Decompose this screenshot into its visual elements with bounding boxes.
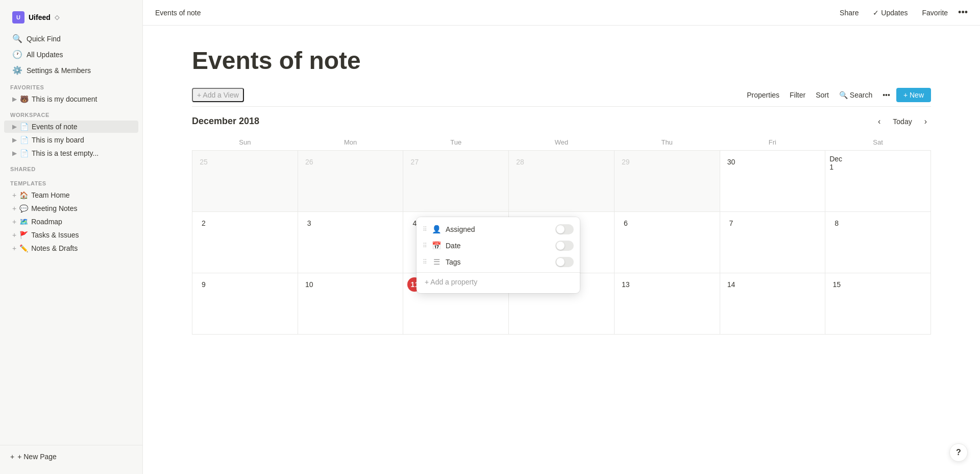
new-page-label: + New Page xyxy=(17,453,57,461)
add-property-button[interactable]: + Add a property xyxy=(416,275,580,289)
sidebar-item-label: Tasks & Issues xyxy=(31,231,79,239)
sidebar: U Uifeed ◇ 🔍 Quick Find 🕐 All Updates ⚙️… xyxy=(0,0,143,474)
sidebar-item-team-home[interactable]: + 🏠 Team Home xyxy=(4,189,138,201)
sort-button[interactable]: Sort xyxy=(812,89,833,101)
plus-icon: + xyxy=(12,218,16,226)
page-title: Events of note xyxy=(192,46,931,76)
updates-label: ✓ Updates xyxy=(873,9,908,17)
calendar-navigation: ‹ Today › xyxy=(874,115,931,128)
calendar-cell[interactable]: 7 xyxy=(720,211,825,273)
sidebar-item-label: Settings & Members xyxy=(27,66,91,75)
sidebar-item-all-updates[interactable]: 🕐 All Updates xyxy=(4,47,138,62)
updates-button[interactable]: ✓ Updates xyxy=(869,7,912,19)
page-icon: 📄 xyxy=(20,136,29,144)
calendar-cell[interactable]: 10 xyxy=(298,273,403,334)
sidebar-item-meeting-notes[interactable]: + 💬 Meeting Notes xyxy=(4,202,138,215)
calendar-cell[interactable]: 3 xyxy=(298,211,403,273)
workspace-icon: U xyxy=(12,11,24,23)
workspace-caret: ◇ xyxy=(55,14,59,21)
date-toggle[interactable] xyxy=(555,241,574,251)
day-header-tue: Tue xyxy=(403,134,509,151)
sidebar-item-settings[interactable]: ⚙️ Settings & Members xyxy=(4,63,138,78)
calendar-cell[interactable]: Dec 1 xyxy=(825,150,931,211)
calendar-cell[interactable]: 8 xyxy=(825,211,931,273)
properties-label: Properties xyxy=(747,91,779,99)
plus-icon: + xyxy=(12,231,16,239)
calendar-icon: 📅 xyxy=(431,241,442,250)
template-emoji: 🗺️ xyxy=(19,218,28,226)
sidebar-item-quick-find[interactable]: 🔍 Quick Find xyxy=(4,31,138,46)
favorite-button[interactable]: Favorite xyxy=(918,7,952,19)
assigned-toggle[interactable] xyxy=(555,224,574,234)
sidebar-item-label: Meeting Notes xyxy=(31,204,77,212)
search-button[interactable]: 🔍 Search xyxy=(835,89,876,101)
day-header-fri: Fri xyxy=(720,134,825,151)
page-content: Events of note + Add a View Properties F… xyxy=(143,26,980,474)
sidebar-item-label: Quick Find xyxy=(27,35,61,43)
share-button[interactable]: Share xyxy=(836,7,863,19)
share-label: Share xyxy=(840,9,859,17)
calendar-cell[interactable]: 2 xyxy=(192,211,298,273)
properties-dropdown: ⠿ 👤 Assigned ⠿ 📅 Date ⠿ ☰ Tags xyxy=(416,217,580,293)
sidebar-item-label: Team Home xyxy=(31,191,69,199)
sidebar-item-test-empty[interactable]: ▶ 📄 This is a test empty... xyxy=(4,147,138,159)
sidebar-item-my-board[interactable]: ▶ 📄 This is my board xyxy=(4,134,138,146)
day-header-wed: Wed xyxy=(509,134,615,151)
chevron-right-icon: ▶ xyxy=(12,136,17,144)
calendar-next-button[interactable]: › xyxy=(920,115,931,128)
favorites-section-label: FAVORITES xyxy=(0,78,142,92)
help-label: ? xyxy=(956,448,961,457)
workspace-title[interactable]: U Uifeed ◇ xyxy=(6,8,136,27)
help-button[interactable]: ? xyxy=(949,443,968,462)
calendar-cell[interactable]: 6 xyxy=(614,211,720,273)
sidebar-item-roadmap[interactable]: + 🗺️ Roadmap xyxy=(4,216,138,228)
calendar-cell[interactable]: 27 xyxy=(403,150,509,211)
calendar-cell[interactable]: 15 xyxy=(825,273,931,334)
property-item-assigned[interactable]: ⠿ 👤 Assigned xyxy=(416,221,580,238)
today-button[interactable]: Today xyxy=(889,115,916,128)
shared-section-label: SHARED xyxy=(0,160,142,174)
clock-icon: 🕐 xyxy=(12,50,22,59)
calendar-cell[interactable]: 29 xyxy=(614,150,720,211)
sidebar-item-label: This is my board xyxy=(32,136,84,144)
property-label: Date xyxy=(446,242,551,250)
calendar-cell[interactable]: 14 xyxy=(720,273,825,334)
sidebar-item-tasks-issues[interactable]: + 🚩 Tasks & Issues xyxy=(4,229,138,241)
workspace-section-label: WORKSPACE xyxy=(0,106,142,120)
day-header-sun: Sun xyxy=(192,134,298,151)
sidebar-item-my-document[interactable]: ▶ 🐻 This is my document xyxy=(4,93,138,105)
calendar-cell[interactable]: 9 xyxy=(192,273,298,334)
filter-button[interactable]: Filter xyxy=(786,89,810,101)
workspace-name: Uifeed xyxy=(29,13,51,21)
new-page-button[interactable]: + + New Page xyxy=(4,449,138,464)
more-options-button[interactable]: ••• xyxy=(958,7,968,18)
filter-label: Filter xyxy=(790,91,805,99)
drag-handle-icon: ⠿ xyxy=(423,226,427,233)
new-button[interactable]: + New xyxy=(896,88,931,102)
calendar-prev-button[interactable]: ‹ xyxy=(874,115,885,128)
calendar-cell[interactable]: 13 xyxy=(614,273,720,334)
sidebar-item-label: Roadmap xyxy=(31,218,62,226)
template-emoji: 🏠 xyxy=(19,191,28,199)
add-property-label: + Add a property xyxy=(425,278,477,286)
sidebar-item-label: Notes & Drafts xyxy=(31,244,78,252)
new-label: + New xyxy=(903,91,924,99)
more-options-button[interactable]: ••• xyxy=(878,89,894,101)
tags-toggle[interactable] xyxy=(555,257,574,267)
calendar-cell[interactable]: 30 xyxy=(720,150,825,211)
topbar: Events of note Share ✓ Updates Favorite … xyxy=(143,0,980,26)
property-item-tags[interactable]: ⠿ ☰ Tags xyxy=(416,254,580,270)
template-emoji: 🚩 xyxy=(19,231,28,239)
day-header-thu: Thu xyxy=(614,134,720,151)
calendar-cell[interactable]: 26 xyxy=(298,150,403,211)
calendar: December 2018 ‹ Today › Sun Mon Tue Wed … xyxy=(192,115,931,335)
toolbar-actions: Properties Filter Sort 🔍 Search ••• + Ne… xyxy=(743,88,931,102)
sidebar-item-events-of-note[interactable]: ▶ 📄 Events of note xyxy=(4,121,138,133)
property-item-date[interactable]: ⠿ 📅 Date xyxy=(416,238,580,254)
sidebar-item-notes-drafts[interactable]: + ✏️ Notes & Drafts xyxy=(4,242,138,254)
properties-button[interactable]: Properties xyxy=(743,89,783,101)
add-view-button[interactable]: + Add a View xyxy=(192,88,244,102)
calendar-cell[interactable]: 25 xyxy=(192,150,298,211)
calendar-cell[interactable]: 28 xyxy=(509,150,615,211)
plus-icon: + xyxy=(10,453,14,461)
